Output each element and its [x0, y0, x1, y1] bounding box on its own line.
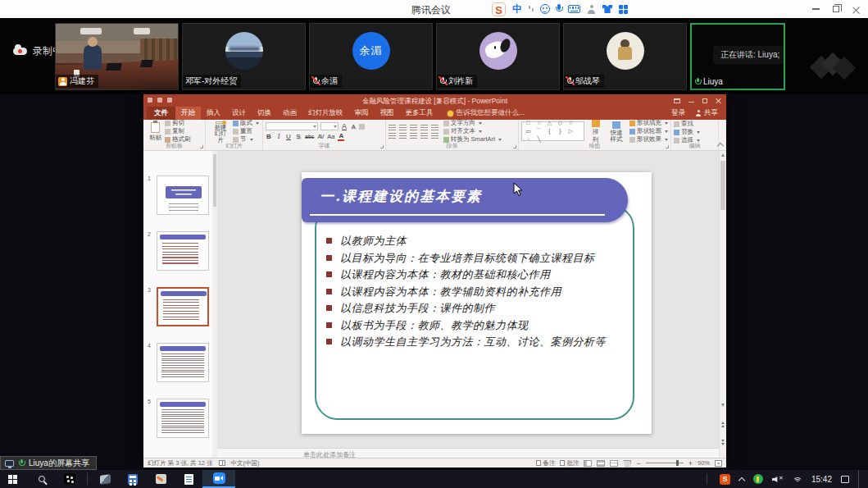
- slide-scrollbar[interactable]: [719, 151, 726, 458]
- zoom-slider[interactable]: [646, 463, 684, 463]
- cut-button[interactable]: 剪切: [165, 120, 191, 127]
- copy-button[interactable]: 复制: [165, 128, 191, 135]
- ribbon-tab[interactable]: 设计: [226, 107, 252, 120]
- scroll-up-icon[interactable]: [721, 153, 725, 157]
- slide-bullet-list[interactable]: 以教师为主体以目标为导向：在专业培养目标统领下确立课程目标以课程内容为本体：教材…: [326, 233, 638, 351]
- shape-icon[interactable]: ○: [534, 119, 543, 127]
- title-banner-shape[interactable]: 一.课程建设的基本要素: [302, 178, 628, 222]
- taskbar-app-pinned-4[interactable]: [175, 470, 202, 488]
- zoom-in-icon[interactable]: +: [688, 459, 693, 467]
- font-size-select[interactable]: [320, 122, 339, 130]
- slideshow-icon[interactable]: [167, 98, 172, 103]
- show-desktop-button[interactable]: [858, 470, 861, 488]
- ribbon-tab[interactable]: 开始: [175, 107, 201, 120]
- next-slide-icon[interactable]: [721, 440, 725, 445]
- shape-fill-button[interactable]: 形状填充: [629, 120, 668, 127]
- video-tile-3[interactable]: 余湄 余湄: [309, 23, 433, 90]
- align-center-icon[interactable]: [399, 133, 407, 139]
- video-tile-6-active-speaker[interactable]: 正在讲话: Liuya; Liuya: [690, 23, 785, 90]
- indent-increase-icon[interactable]: [420, 125, 428, 130]
- font-style-button[interactable]: S: [295, 133, 302, 140]
- align-left-icon[interactable]: [389, 133, 396, 139]
- font-style-button[interactable]: A: [338, 132, 344, 141]
- soft-keyboard-icon[interactable]: [568, 5, 580, 13]
- ime-account-icon[interactable]: [587, 5, 596, 14]
- volume-muted-icon[interactable]: [772, 475, 784, 483]
- video-tile-4[interactable]: 刘祚新: [436, 23, 560, 90]
- antivirus-tray-icon[interactable]: [753, 474, 763, 484]
- emoji-icon[interactable]: [540, 4, 550, 14]
- text-direction-button[interactable]: 文字方向: [443, 120, 502, 127]
- sogou-logo-icon[interactable]: S: [492, 2, 506, 16]
- reset-button[interactable]: 重置: [233, 128, 259, 135]
- fit-to-window-icon[interactable]: [715, 460, 722, 467]
- start-button[interactable]: [0, 470, 28, 488]
- slideshow-view-icon[interactable]: [623, 460, 631, 467]
- notes-pane[interactable]: 单击此处添加备注: [217, 448, 719, 458]
- paragraph-dialog-launcher[interactable]: [513, 145, 516, 148]
- align-text-button[interactable]: 对齐文本: [443, 128, 502, 135]
- slide-thumbnail[interactable]: 2: [157, 231, 209, 271]
- taskbar-app-pinned-2[interactable]: [91, 470, 119, 488]
- thumbnail-scrollbar[interactable]: [212, 151, 217, 458]
- ime-language-toggle[interactable]: 中: [512, 2, 522, 16]
- ribbon-tab[interactable]: 动画: [277, 107, 302, 120]
- taskbar-search-button[interactable]: [28, 470, 56, 488]
- font-style-button[interactable]: abc: [305, 134, 314, 139]
- ime-skin-icon[interactable]: [602, 5, 612, 13]
- font-style-button[interactable]: I: [275, 133, 282, 140]
- shape-icon[interactable]: {: [545, 127, 554, 135]
- arrange-button[interactable]: 排列: [588, 121, 603, 142]
- ribbon-tab[interactable]: 视图: [375, 107, 400, 120]
- ribbon-tab[interactable]: 插入: [201, 107, 226, 120]
- shape-icon[interactable]: ☆: [566, 119, 575, 127]
- font-style-button[interactable]: Aa: [327, 133, 334, 140]
- font-style-button[interactable]: U: [285, 133, 292, 140]
- slide-thumbnail[interactable]: 1: [157, 176, 209, 215]
- grow-font-button[interactable]: A: [341, 122, 348, 130]
- screen-share-badge[interactable]: Liuya的屏幕共享: [0, 456, 97, 470]
- slide-thumbnail[interactable]: 5: [157, 399, 209, 438]
- ribbon-tab[interactable]: 切换: [252, 107, 277, 120]
- font-dialog-launcher[interactable]: [380, 145, 384, 148]
- normal-view-icon[interactable]: [584, 460, 592, 467]
- indent-decrease-icon[interactable]: [410, 125, 417, 130]
- shape-icon[interactable]: ▷: [566, 127, 575, 135]
- ribbon-tab[interactable]: 审阅: [349, 107, 375, 120]
- restore-icon[interactable]: [833, 6, 839, 12]
- ribbon-tab[interactable]: 更多工具: [400, 107, 439, 120]
- new-slide-button[interactable]: 新建幻灯片: [208, 121, 233, 143]
- taskbar-clock[interactable]: 15:42: [811, 475, 832, 484]
- ribbon-display-icon[interactable]: [674, 98, 680, 103]
- shape-icon[interactable]: ◇: [556, 119, 565, 127]
- find-button[interactable]: 查找: [674, 121, 716, 128]
- clipboard-dialog-launcher[interactable]: [200, 145, 203, 148]
- minimize-icon[interactable]: [812, 8, 820, 10]
- zoom-slider-thumb[interactable]: [676, 460, 679, 466]
- font-style-button[interactable]: B: [266, 133, 272, 140]
- ribbon-tab[interactable]: 文件: [147, 107, 175, 120]
- ppt-close-icon[interactable]: [716, 98, 721, 103]
- collapse-ribbon-icon[interactable]: [717, 143, 724, 149]
- scroll-down-icon[interactable]: [721, 404, 725, 407]
- network-icon[interactable]: [793, 476, 802, 483]
- shape-outline-button[interactable]: 形状轮廓: [629, 128, 668, 135]
- ime-toolbox-icon[interactable]: [619, 5, 628, 14]
- zoom-level[interactable]: 90%: [698, 459, 710, 467]
- font-name-select[interactable]: [266, 122, 318, 130]
- reading-view-icon[interactable]: [610, 460, 618, 467]
- replace-button[interactable]: 替换: [674, 129, 716, 136]
- comments-toggle[interactable]: 批注: [560, 459, 579, 467]
- previous-slide-icon[interactable]: [721, 422, 725, 427]
- video-tile-2[interactable]: 邓军-对外经贸: [182, 23, 306, 90]
- clear-formatting-icon[interactable]: [359, 124, 365, 130]
- video-tile-1[interactable]: 冯建芬: [55, 23, 179, 90]
- language-indicator[interactable]: 中文(中国): [231, 459, 260, 467]
- video-tile-5[interactable]: 邬战琴: [563, 23, 687, 90]
- drawing-dialog-launcher[interactable]: [666, 145, 669, 148]
- spellcheck-icon[interactable]: [219, 460, 225, 466]
- sogou-tray-icon[interactable]: S: [720, 474, 730, 485]
- ribbon-tab[interactable]: 幻灯片放映: [302, 107, 349, 120]
- tell-me-box[interactable]: 告诉我您想要做什么...: [448, 107, 525, 120]
- undo-icon[interactable]: [157, 98, 162, 103]
